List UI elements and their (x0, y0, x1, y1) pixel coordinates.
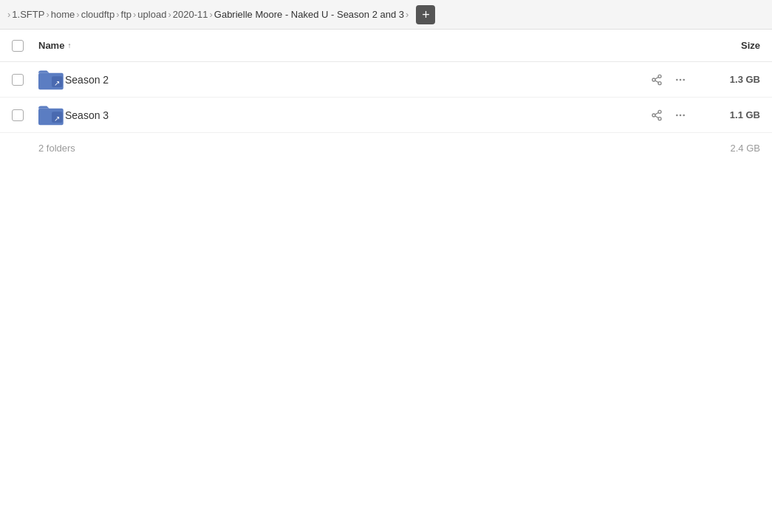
size-column-header: Size (701, 40, 760, 51)
breadcrumb-separator-2: › (76, 9, 79, 20)
filename-1: Season 2 (65, 74, 648, 86)
share-button-2[interactable] (648, 106, 666, 124)
file-size-1: 1.3 GB (701, 74, 760, 85)
breadcrumb-separator-3: › (116, 9, 119, 20)
sort-ascending-icon: ↑ (67, 41, 71, 50)
folder-count: 2 folders (38, 143, 701, 154)
folder-svg-2: ↗ (38, 103, 65, 127)
total-size: 2.4 GB (701, 143, 760, 154)
breadcrumb-separator-6: › (209, 9, 212, 20)
breadcrumb-separator-0: › (7, 9, 10, 20)
row-checkbox-wrapper-2[interactable] (12, 109, 38, 121)
svg-text:↗: ↗ (54, 78, 60, 86)
name-column-label: Name (38, 40, 64, 51)
svg-line-17 (655, 116, 659, 118)
svg-point-21 (683, 114, 685, 116)
breadcrumb-item-ftp[interactable]: ftp (121, 9, 131, 20)
more-icon-2 (674, 109, 686, 121)
breadcrumb-item-cloudftp[interactable]: cloudftp (81, 9, 115, 20)
breadcrumb-item-upload[interactable]: upload (137, 9, 166, 20)
svg-point-10 (683, 78, 685, 81)
share-icon-1 (651, 74, 663, 86)
select-all-checkbox-wrapper[interactable] (12, 40, 38, 52)
svg-point-20 (680, 114, 682, 116)
svg-line-7 (655, 77, 659, 79)
share-button-1[interactable] (648, 71, 666, 89)
svg-text:↗: ↗ (54, 114, 60, 122)
svg-point-8 (676, 78, 678, 81)
more-button-1[interactable] (672, 71, 689, 89)
table-row[interactable]: ↗ Season 2 1.3 GB (0, 62, 772, 98)
folder-svg-1: ↗ (38, 68, 65, 92)
svg-line-18 (655, 112, 659, 115)
table-header: Name ↑ Size (0, 30, 772, 62)
breadcrumb-separator-1: › (46, 9, 49, 20)
folder-icon-2: ↗ (38, 103, 65, 127)
select-all-checkbox[interactable] (12, 40, 24, 52)
file-size-2: 1.1 GB (701, 109, 760, 120)
row-checkbox-2[interactable] (12, 109, 24, 121)
svg-point-9 (680, 78, 682, 81)
more-button-2[interactable] (672, 106, 689, 124)
breadcrumb-item-current: Gabrielle Moore - Naked U - Season 2 and… (214, 9, 404, 20)
row-checkbox-1[interactable] (12, 74, 24, 86)
breadcrumb-separator-7: › (406, 9, 409, 20)
name-column-header[interactable]: Name ↑ (38, 40, 701, 51)
row-actions-2 (648, 106, 689, 124)
share-icon-2 (651, 109, 663, 121)
breadcrumb-separator-5: › (168, 9, 171, 20)
footer-summary: 2 folders 2.4 GB (0, 133, 772, 163)
breadcrumb-item-2020-11[interactable]: 2020-11 (173, 9, 208, 20)
more-icon-1 (674, 74, 686, 86)
filename-2: Season 3 (65, 109, 648, 121)
row-actions-1 (648, 71, 689, 89)
breadcrumb-separator-4: › (133, 9, 136, 20)
breadcrumb: › 1.SFTP › home › cloudftp › ftp › uploa… (0, 0, 772, 30)
table-row[interactable]: ↗ Season 3 1.1 GB (0, 98, 772, 133)
row-checkbox-wrapper-1[interactable] (12, 74, 38, 86)
svg-line-6 (655, 81, 659, 83)
breadcrumb-item-home[interactable]: home (51, 9, 75, 20)
breadcrumb-item-sftp[interactable]: 1.SFTP (12, 9, 44, 20)
folder-icon-1: ↗ (38, 68, 65, 92)
svg-point-19 (676, 114, 678, 116)
add-tab-button[interactable]: + (416, 5, 435, 24)
